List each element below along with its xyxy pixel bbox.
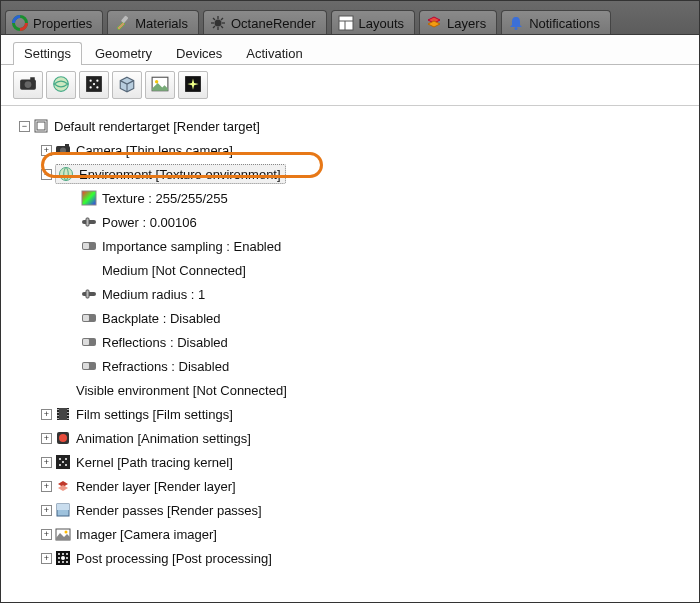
sub-tab-devices[interactable]: Devices <box>165 42 233 65</box>
sub-tab-activation[interactable]: Activation <box>235 42 313 65</box>
top-tab-layers[interactable]: Layers <box>419 10 497 34</box>
tree-node-label: Power : 0.00106 <box>102 215 197 230</box>
sub-tab-label: Activation <box>246 46 302 61</box>
camera-tool-icon <box>19 75 37 96</box>
toggle-icon <box>81 358 97 374</box>
tree-node-env-backplate[interactable]: Backplate : Disabled <box>9 306 691 330</box>
top-tab-label: Materials <box>135 16 188 31</box>
tree-node-label: Kernel [Path tracing kernel] <box>76 455 233 470</box>
bell-icon <box>508 15 524 31</box>
expand-icon[interactable]: + <box>41 481 52 492</box>
cube-tool-button[interactable] <box>112 71 142 99</box>
tree-node-film[interactable]: + Film settings [Film settings] <box>9 402 691 426</box>
tree-node-imager[interactable]: + Imager [Camera imager] <box>9 522 691 546</box>
camera-icon <box>55 142 71 158</box>
sub-tab-label: Geometry <box>95 46 152 61</box>
tree-node-label: Post processing [Post processing] <box>76 551 272 566</box>
tree-node-env-texture[interactable]: Texture : 255/255/255 <box>9 186 691 210</box>
color-icon <box>81 190 97 206</box>
rpass-icon <box>55 502 71 518</box>
tree-node-label: Film settings [Film settings] <box>76 407 233 422</box>
tree-node-label: Imager [Camera imager] <box>76 527 217 542</box>
cube-tool-icon <box>118 75 136 96</box>
kernel-tool-button[interactable] <box>79 71 109 99</box>
tree-node-render-layer[interactable]: + Render layer [Render layer] <box>9 474 691 498</box>
imager-icon <box>55 526 71 542</box>
top-tab-properties[interactable]: Properties <box>5 10 103 34</box>
tree-node-animation[interactable]: + Animation [Animation settings] <box>9 426 691 450</box>
camera-tool-button[interactable] <box>13 71 43 99</box>
tree-node-label: Default rendertarget [Render target] <box>54 119 260 134</box>
rlayer-icon <box>55 478 71 494</box>
top-tab-materials[interactable]: Materials <box>107 10 199 34</box>
top-tab-label: Layouts <box>359 16 405 31</box>
expand-icon[interactable]: + <box>41 505 52 516</box>
top-tab-label: Properties <box>33 16 92 31</box>
target-icon <box>33 118 49 134</box>
tree-node-render-passes[interactable]: + Render passes [Render passes] <box>9 498 691 522</box>
tree-node-label: Camera [Thin lens camera] <box>76 143 233 158</box>
tree-node-label: Texture : 255/255/255 <box>102 191 228 206</box>
collapse-icon[interactable]: − <box>19 121 30 132</box>
collapse-icon[interactable]: − <box>41 169 52 180</box>
top-tab-layouts[interactable]: Layouts <box>331 10 416 34</box>
kernel-tool-icon <box>85 75 103 96</box>
tree-node-root[interactable]: − Default rendertarget [Render target] <box>9 114 691 138</box>
tree-node-label: Visible environment [Not Connected] <box>76 383 287 398</box>
tree-node-env-medium-radius[interactable]: Medium radius : 1 <box>9 282 691 306</box>
selected-node-highlight: Environment [Texture environment] <box>55 164 286 184</box>
tree-node-label: Refractions : Disabled <box>102 359 229 374</box>
tree-node-environment[interactable]: − Environment [Texture environment] <box>9 162 691 186</box>
tree-node-camera[interactable]: + Camera [Thin lens camera] <box>9 138 691 162</box>
empty-icon <box>81 262 97 278</box>
tree-node-kernel[interactable]: + Kernel [Path tracing kernel] <box>9 450 691 474</box>
environment-tool-button[interactable] <box>46 71 76 99</box>
env-icon <box>58 166 74 182</box>
tree-node-env-medium[interactable]: Medium [Not Connected] <box>9 258 691 282</box>
tree-node-label: Backplate : Disabled <box>102 311 221 326</box>
top-tab-notifications[interactable]: Notifications <box>501 10 611 34</box>
expand-icon[interactable]: + <box>41 529 52 540</box>
empty-icon <box>55 382 71 398</box>
tree-node-label: Render passes [Render passes] <box>76 503 262 518</box>
brush-icon <box>114 15 130 31</box>
expand-icon[interactable]: + <box>41 433 52 444</box>
panel-sub-tabs: Settings Geometry Devices Activation <box>1 35 699 65</box>
top-tab-label: Layers <box>447 16 486 31</box>
tree-node-env-importance[interactable]: Importance sampling : Enabled <box>9 234 691 258</box>
layers-icon <box>426 15 442 31</box>
film-icon <box>55 406 71 422</box>
sub-tab-label: Settings <box>24 46 71 61</box>
top-tab-bar: Properties Materials OctaneRender Layout… <box>1 1 699 35</box>
sub-tab-geometry[interactable]: Geometry <box>84 42 163 65</box>
image-tool-button[interactable] <box>145 71 175 99</box>
expand-icon[interactable]: + <box>41 457 52 468</box>
top-tab-octane[interactable]: OctaneRender <box>203 10 327 34</box>
sub-tab-settings[interactable]: Settings <box>13 42 82 65</box>
tree-node-env-reflections[interactable]: Reflections : Disabled <box>9 330 691 354</box>
expand-icon[interactable]: + <box>41 553 52 564</box>
sparkle-tool-icon <box>184 75 202 96</box>
layouts-icon <box>338 15 354 31</box>
tree-node-post[interactable]: + Post processing [Post processing] <box>9 546 691 570</box>
top-tab-label: Notifications <box>529 16 600 31</box>
tree-node-label: Importance sampling : Enabled <box>102 239 281 254</box>
properties-circle-icon <box>12 15 28 31</box>
toggle-icon <box>81 334 97 350</box>
tree-node-label: Medium [Not Connected] <box>102 263 246 278</box>
node-tree[interactable]: − Default rendertarget [Render target] +… <box>1 106 699 601</box>
toggle-icon <box>81 310 97 326</box>
post-tool-button[interactable] <box>178 71 208 99</box>
expand-icon[interactable]: + <box>41 145 52 156</box>
expand-icon[interactable]: + <box>41 409 52 420</box>
anim-icon <box>55 430 71 446</box>
top-tab-label: OctaneRender <box>231 16 316 31</box>
tree-node-env-power[interactable]: Power : 0.00106 <box>9 210 691 234</box>
toggle-icon <box>81 238 97 254</box>
tree-node-visible-env[interactable]: Visible environment [Not Connected] <box>9 378 691 402</box>
image-tool-icon <box>151 75 169 96</box>
tree-node-env-refractions[interactable]: Refractions : Disabled <box>9 354 691 378</box>
slider-icon <box>81 214 97 230</box>
tree-node-label: Environment [Texture environment] <box>79 167 281 182</box>
post-icon <box>55 550 71 566</box>
